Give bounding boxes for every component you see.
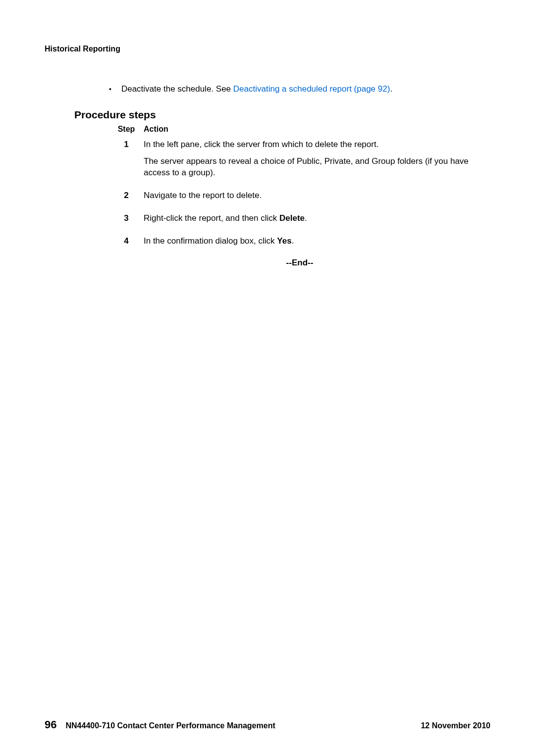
page-number: 96 — [45, 718, 56, 731]
footer-date: 12 November 2010 — [421, 721, 490, 730]
step-row: 4 In the confirmation dialog box, click … — [109, 235, 490, 252]
step-action: In the confirmation dialog box, click Ye… — [144, 235, 490, 252]
action-bold-text: Yes — [277, 236, 291, 246]
step-action: Right-click the report, and then click D… — [144, 212, 490, 229]
step-row: 3 Right-click the report, and then click… — [109, 212, 490, 229]
doc-title: NN44400-710 Contact Center Performance M… — [65, 721, 275, 730]
end-marker: --End-- — [109, 258, 490, 268]
action-text: In the confirmation dialog box, click — [144, 236, 277, 246]
bullet-text: Deactivate the schedule. See Deactivatin… — [121, 83, 392, 95]
section-heading: Procedure steps — [74, 109, 490, 121]
step-number: 1 — [109, 139, 144, 184]
steps-header-row: Step Action — [109, 125, 490, 134]
step-action-line: The server appears to reveal a choice of… — [144, 155, 471, 179]
action-header-label: Action — [144, 125, 490, 134]
step-action-line: Right-click the report, and then click D… — [144, 212, 471, 224]
cross-reference-link[interactable]: Deactivating a scheduled report (page 92… — [233, 84, 390, 94]
bullet-list: • Deactivate the schedule. See Deactivat… — [109, 83, 490, 95]
step-row: 1 In the left pane, click the server fro… — [109, 139, 490, 184]
step-number: 4 — [109, 235, 144, 252]
bullet-text-before: Deactivate the schedule. See — [121, 84, 233, 94]
step-action-line: Navigate to the report to delete. — [144, 190, 471, 202]
step-action: In the left pane, click the server from … — [144, 139, 490, 184]
running-header: Historical Reporting — [45, 45, 490, 53]
footer-left: 96 NN44400-710 Contact Center Performanc… — [45, 718, 275, 731]
bullet-item: • Deactivate the schedule. See Deactivat… — [109, 83, 490, 95]
step-action-line: In the left pane, click the server from … — [144, 139, 471, 151]
action-bold-text: Delete — [279, 213, 305, 223]
step-action-line: In the confirmation dialog box, click Ye… — [144, 235, 471, 247]
step-number: 3 — [109, 212, 144, 229]
step-action: Navigate to the report to delete. — [144, 190, 490, 206]
action-text: . — [292, 236, 294, 246]
bullet-text-after: . — [390, 84, 392, 94]
procedure-steps-table: Step Action 1 In the left pane, click th… — [109, 125, 490, 252]
bullet-marker-icon: • — [109, 85, 111, 95]
step-row: 2 Navigate to the report to delete. — [109, 190, 490, 206]
page-footer: 96 NN44400-710 Contact Center Performanc… — [45, 718, 490, 731]
step-number: 2 — [109, 190, 144, 206]
action-text: Right-click the report, and then click — [144, 213, 279, 223]
step-header-label: Step — [109, 125, 144, 134]
action-text: . — [305, 213, 307, 223]
